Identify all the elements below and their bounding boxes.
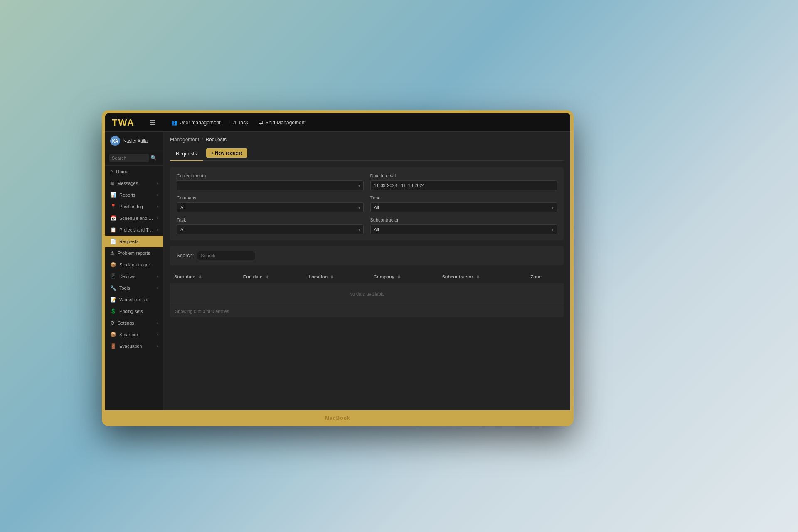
subcontractor-select[interactable]: All bbox=[370, 224, 557, 234]
navbar-item-task[interactable]: ☑ Task bbox=[227, 118, 253, 127]
filter-group-task: Task All bbox=[177, 217, 364, 234]
filter-panel: Current month Date interval bbox=[170, 167, 564, 240]
sort-icon: ⇅ bbox=[265, 275, 268, 279]
task-wrapper: All bbox=[177, 224, 364, 234]
sidebar-item-tools[interactable]: 🔧 Tools › bbox=[105, 282, 163, 294]
breadcrumb: Management / Requests bbox=[170, 137, 564, 143]
company-label: Company bbox=[177, 195, 364, 200]
hamburger-icon[interactable]: ☰ bbox=[146, 117, 159, 128]
sort-icon: ⇅ bbox=[198, 275, 202, 279]
filter-row-1: Current month Date interval bbox=[177, 173, 557, 190]
table-body: No data available bbox=[170, 283, 564, 305]
table-header: Start date ⇅ End date ⇅ Loca bbox=[170, 271, 564, 283]
sidebar: KA Kasler Attila 🔍 ⌂ Home bbox=[105, 132, 163, 410]
shift-icon: ⇄ bbox=[259, 120, 263, 126]
current-month-select[interactable] bbox=[177, 180, 364, 190]
col-location[interactable]: Location ⇅ bbox=[304, 271, 369, 283]
chevron-right-icon: › bbox=[157, 228, 158, 232]
zone-wrapper: All bbox=[370, 202, 557, 212]
filter-group-company: Company All bbox=[177, 195, 364, 212]
stock-icon: 📦 bbox=[110, 262, 116, 268]
logo-text: TWA bbox=[112, 117, 135, 128]
user-section: KA Kasler Attila bbox=[105, 132, 163, 150]
macbook-frame: TWA ☰ 👥 User management ☑ Task ⇄ bbox=[102, 110, 574, 426]
task-icon: ☑ bbox=[232, 120, 236, 126]
chevron-right-icon: › bbox=[157, 286, 158, 290]
sidebar-item-worksheet-set[interactable]: 📝 Worksheet set bbox=[105, 294, 163, 305]
sidebar-item-schedule[interactable]: 📅 Schedule and Shift management › bbox=[105, 212, 163, 224]
sidebar-item-problem-reports[interactable]: ⚠ Problem reports bbox=[105, 247, 163, 259]
sidebar-item-devices[interactable]: 📱 Devices › bbox=[105, 271, 163, 282]
col-end-date[interactable]: End date ⇅ bbox=[239, 271, 305, 283]
navbar-item-shift-management[interactable]: ⇄ Shift Management bbox=[255, 118, 310, 127]
navbar-item-label: User management bbox=[180, 120, 221, 126]
sidebar-item-stock-manager[interactable]: 📦 Stock manager bbox=[105, 259, 163, 271]
col-company[interactable]: Company ⇅ bbox=[369, 271, 438, 283]
navbar-item-user-management[interactable]: 👥 User management bbox=[167, 118, 225, 127]
filter-group-current-month: Current month bbox=[177, 173, 364, 190]
filter-group-date-interval: Date interval bbox=[370, 173, 557, 190]
tab-requests[interactable]: Requests bbox=[170, 148, 203, 161]
macbook-label: MacBook bbox=[325, 415, 350, 421]
search-bar-label: Search: bbox=[177, 253, 194, 259]
table-footer: Showing 0 to 0 of 0 entries bbox=[170, 305, 564, 317]
sidebar-item-position-log[interactable]: 📍 Position log › bbox=[105, 201, 163, 212]
data-table-section: Start date ⇅ End date ⇅ Loca bbox=[170, 271, 564, 317]
date-interval-input[interactable] bbox=[370, 180, 557, 190]
chevron-right-icon: › bbox=[157, 204, 158, 209]
new-request-button[interactable]: + New request bbox=[206, 148, 247, 158]
home-icon: ⌂ bbox=[110, 169, 113, 175]
sidebar-item-evacuation[interactable]: 🚪 Evacuation › bbox=[105, 340, 163, 352]
chevron-right-icon: › bbox=[157, 321, 158, 325]
subcontractor-label: Subcontractor bbox=[370, 217, 557, 222]
tabs-bar: Requests + New request bbox=[170, 148, 564, 161]
sidebar-item-settings[interactable]: ⚙ Settings › bbox=[105, 317, 163, 329]
zone-label: Zone bbox=[370, 195, 557, 200]
projects-icon: 📋 bbox=[110, 227, 116, 233]
user-management-icon: 👥 bbox=[171, 120, 177, 126]
data-table: Start date ⇅ End date ⇅ Loca bbox=[170, 271, 564, 305]
sidebar-search-input[interactable] bbox=[109, 154, 149, 162]
task-select[interactable]: All bbox=[177, 224, 364, 234]
no-data-cell: No data available bbox=[170, 283, 564, 305]
tools-icon: 🔧 bbox=[110, 285, 116, 291]
sidebar-item-pricing-sets[interactable]: 💲 Pricing sets bbox=[105, 305, 163, 317]
problem-reports-icon: ⚠ bbox=[110, 250, 115, 256]
filter-row-2: Company All Zone bbox=[177, 195, 557, 212]
avatar: KA bbox=[110, 136, 120, 146]
col-zone[interactable]: Zone bbox=[527, 271, 564, 283]
macbook-base: MacBook bbox=[105, 410, 570, 426]
breadcrumb-separator: / bbox=[202, 137, 203, 143]
reports-icon: 📊 bbox=[110, 192, 116, 198]
col-start-date[interactable]: Start date ⇅ bbox=[170, 271, 239, 283]
navbar-task-label: Task bbox=[238, 120, 249, 126]
sort-icon: ⇅ bbox=[397, 275, 401, 279]
devices-icon: 📱 bbox=[110, 273, 116, 279]
task-label: Task bbox=[177, 217, 364, 222]
chevron-right-icon: › bbox=[157, 274, 158, 278]
company-select[interactable]: All bbox=[177, 202, 364, 212]
app: TWA ☰ 👥 User management ☑ Task ⇄ bbox=[105, 113, 570, 410]
main-content: KA Kasler Attila 🔍 ⌂ Home bbox=[105, 132, 570, 410]
evacuation-icon: 🚪 bbox=[110, 343, 116, 349]
sidebar-item-home[interactable]: ⌂ Home bbox=[105, 166, 163, 177]
sidebar-item-messages[interactable]: ✉ Messages › bbox=[105, 177, 163, 189]
sidebar-item-requests[interactable]: 📄 Requests bbox=[105, 236, 163, 247]
zone-select[interactable]: All bbox=[370, 202, 557, 212]
breadcrumb-management[interactable]: Management bbox=[170, 137, 199, 143]
search-bar-input[interactable] bbox=[197, 251, 255, 260]
col-subcontractor[interactable]: Subcontractor ⇅ bbox=[438, 271, 526, 283]
current-month-label: Current month bbox=[177, 173, 364, 178]
requests-icon: 📄 bbox=[110, 239, 116, 244]
pricing-icon: 💲 bbox=[110, 308, 116, 314]
user-name: Kasler Attila bbox=[123, 138, 148, 143]
chevron-right-icon: › bbox=[157, 181, 158, 185]
chevron-right-icon: › bbox=[157, 216, 158, 220]
sidebar-item-reports[interactable]: 📊 Reports › bbox=[105, 189, 163, 201]
chevron-right-icon: › bbox=[157, 332, 158, 337]
sidebar-item-smartbox[interactable]: 📦 Smartbox › bbox=[105, 329, 163, 340]
sidebar-item-projects-tasks[interactable]: 📋 Projects and Tasks › bbox=[105, 224, 163, 236]
position-log-icon: 📍 bbox=[110, 204, 116, 209]
navbar-items: 👥 User management ☑ Task ⇄ Shift Managem… bbox=[167, 118, 310, 127]
worksheet-icon: 📝 bbox=[110, 297, 116, 303]
